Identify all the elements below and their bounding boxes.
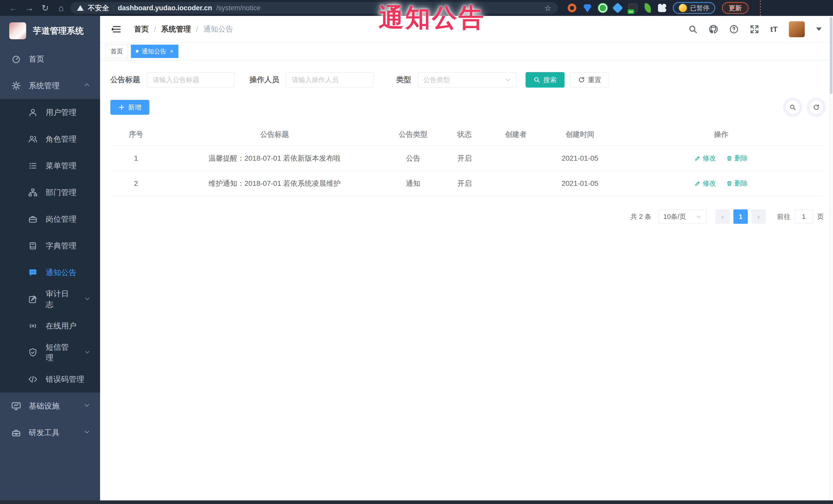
user-avatar[interactable] (789, 21, 805, 37)
toolbar-right (785, 100, 824, 115)
bookmark-star-icon[interactable]: ☆ (544, 4, 551, 13)
refresh-table-button[interactable] (809, 100, 824, 115)
type-select-placeholder: 公告类型 (423, 75, 450, 85)
sidebar-item-label: 研发工具 (29, 428, 60, 438)
prev-page-button[interactable]: ‹ (715, 209, 730, 224)
tab-label: 首页 (111, 47, 123, 55)
browser-back-icon[interactable]: ← (7, 3, 20, 13)
search-icon[interactable] (688, 25, 697, 34)
table-header-row: 序号 公告标题 公告类型 状态 创建者 创建时间 操作 (110, 123, 824, 146)
chevron-down-icon (84, 348, 90, 357)
sidebar-item-sms-mgmt[interactable]: 短信管理 (0, 339, 100, 366)
delete-link-label: 删除 (735, 179, 748, 188)
window-scrollbar[interactable] (829, 16, 833, 500)
goto-page-input[interactable] (794, 209, 813, 224)
extension-on-badge: on (628, 9, 634, 14)
browser-update-button[interactable]: 更新 (722, 2, 748, 14)
add-button[interactable]: 新增 (110, 100, 149, 115)
sidebar-item-role-mgmt[interactable]: 角色管理 (0, 126, 100, 152)
sidebar-item-notice[interactable]: 通知公告 (0, 259, 100, 286)
goto-label: 前往 (777, 212, 790, 221)
delete-link[interactable]: 删除 (726, 179, 748, 188)
extension-leaf-icon[interactable] (643, 3, 652, 13)
browser-forward-icon[interactable]: → (23, 3, 36, 13)
sidebar-item-dict-mgmt[interactable]: 字典管理 (0, 233, 100, 259)
security-warning-label[interactable]: 不安全 (88, 3, 109, 13)
active-tab-dot (136, 50, 139, 53)
tab-home[interactable]: 首页 (106, 45, 128, 58)
sidebar-item-label: 岗位管理 (46, 214, 76, 224)
sidebar-item-label: 用户管理 (46, 107, 76, 118)
address-bar[interactable]: 不安全 dashboard.yudao.iocoder.cn /system/n… (70, 2, 558, 14)
fullscreen-icon[interactable] (750, 25, 759, 34)
breadcrumb-system[interactable]: 系统管理 (161, 24, 191, 34)
edit-link[interactable]: 修改 (694, 179, 716, 188)
extension-orange-icon[interactable] (568, 4, 576, 12)
edit-link-label: 修改 (703, 179, 716, 188)
next-page-button[interactable]: › (752, 209, 766, 224)
extension-pin-icon[interactable] (583, 4, 592, 12)
sidebar-item-label: 在线用户 (46, 321, 76, 331)
col-header-title: 公告标题 (162, 123, 387, 145)
operator-input[interactable] (286, 72, 374, 88)
page-size-value: 10条/页 (663, 212, 686, 221)
col-header-type: 公告类型 (387, 123, 439, 145)
tab-close-icon[interactable]: × (170, 48, 173, 54)
toggle-search-button[interactable] (785, 100, 800, 115)
page-size-select[interactable]: 10条/页 (659, 209, 707, 224)
scrollbar-thumb[interactable] (830, 17, 832, 94)
browser-reload-icon[interactable]: ↻ (39, 3, 52, 13)
browser-home-icon[interactable]: ⌂ (54, 3, 68, 13)
sidebar-item-system[interactable]: 系统管理 (0, 72, 100, 99)
reset-button[interactable]: 重置 (570, 72, 609, 88)
extension-green-icon[interactable] (598, 4, 607, 12)
sidebar-item-dev-tools[interactable]: 研发工具 (0, 419, 100, 446)
extension-switch-icon[interactable]: on (628, 4, 638, 12)
sidebar-item-label: 角色管理 (46, 134, 76, 144)
sidebar-item-home[interactable]: 首页 (0, 46, 100, 72)
delete-link[interactable]: 删除 (726, 154, 748, 163)
col-header-actions: 操作 (618, 123, 824, 145)
app-logo-row[interactable]: 芋道管理系统 (0, 16, 100, 46)
sidebar-item-dept-mgmt[interactable]: 部门管理 (0, 179, 100, 206)
sidebar-item-menu-mgmt[interactable]: 菜单管理 (0, 152, 100, 179)
sidebar-item-online-users[interactable]: 在线用户 (0, 313, 100, 339)
github-icon[interactable] (709, 25, 718, 34)
trash-icon (726, 155, 732, 162)
main-area: 首页 / 系统管理 / 通知公告 tT 首页 通知公告 (100, 16, 833, 504)
browser-menu-icon[interactable]: ⋮⋮ (756, 0, 764, 16)
extension-gem-icon[interactable] (612, 3, 623, 13)
tab-notice[interactable]: 通知公告 × (131, 45, 178, 58)
reset-button-label: 重置 (588, 75, 601, 85)
current-page-button[interactable]: 1 (733, 209, 748, 224)
sidebar-item-error-code[interactable]: 错误码管理 (0, 366, 100, 393)
filter-title-group: 公告标题 (110, 72, 235, 88)
sidebar-item-infrastructure[interactable]: 基础设施 (0, 393, 100, 419)
font-size-icon[interactable]: tT (770, 25, 778, 33)
avatar-caret-icon[interactable] (816, 27, 822, 31)
sidebar-item-post-mgmt[interactable]: 岗位管理 (0, 206, 100, 233)
hamburger-icon[interactable] (111, 25, 122, 34)
sidebar-item-audit-log[interactable]: 审计日志 (0, 286, 100, 313)
type-select[interactable]: 公告类型 (418, 72, 517, 88)
chevron-down-icon (696, 214, 702, 220)
help-icon[interactable] (729, 25, 739, 34)
user-icon (28, 108, 38, 117)
search-icon (533, 76, 540, 83)
edit-link[interactable]: 修改 (694, 154, 716, 163)
users-icon (28, 135, 38, 144)
search-button[interactable]: 搜索 (526, 72, 565, 88)
search-button-label: 搜索 (543, 75, 556, 85)
online-users-icon (28, 321, 38, 331)
sidebar-item-user-mgmt[interactable]: 用户管理 (0, 99, 100, 126)
chevron-down-icon (84, 428, 90, 437)
profile-paused-chip[interactable]: 已暂停 (673, 2, 715, 14)
extensions-puzzle-icon[interactable] (658, 4, 666, 12)
title-input[interactable] (147, 72, 235, 88)
app-logo (9, 22, 26, 39)
breadcrumb-home[interactable]: 首页 (134, 24, 149, 34)
col-header-creator: 创建者 (490, 123, 542, 145)
cell-no: 2 (110, 171, 162, 196)
sidebar-item-label: 字典管理 (46, 241, 76, 251)
add-button-label: 新增 (128, 103, 141, 112)
